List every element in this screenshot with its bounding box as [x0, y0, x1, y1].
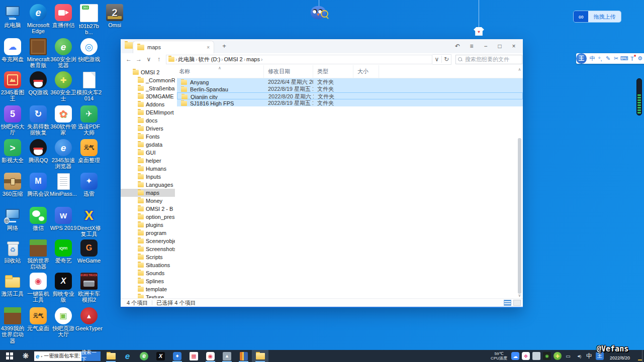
desktop-icon-this-pc[interactable]: 此电脑 [0, 4, 26, 28]
fan-icon[interactable]: ❋ [19, 351, 32, 360]
desktop-icon-onekey-install[interactable]: ◉一键装机工具 [25, 273, 52, 303]
tree-item-docs[interactable]: docs [121, 116, 175, 125]
history-button[interactable]: ↶ [450, 39, 465, 53]
taskbar-app-360-browser[interactable]: e [136, 350, 152, 362]
desktop-icon-video-collection[interactable]: >影视大全 [0, 139, 26, 163]
desktop-icon-euro-truck-sim-2[interactable]: EURO TRUCK欧洲卡车模拟2 [75, 273, 103, 303]
tree-item-addons[interactable]: Addons [121, 100, 175, 108]
desktop-icon-train-sim-2014[interactable]: 模拟火车2014 [75, 71, 103, 102]
minimize-button[interactable]: − [479, 39, 493, 53]
breadcrumb-item[interactable]: OMSI 2 [224, 56, 242, 62]
desktop-icon-minecraft-launcher[interactable]: 我的世界启动器 [25, 239, 52, 270]
explorer-search[interactable] [455, 55, 522, 64]
file-row[interactable]: SJ1816 High FPS2022/8/19 星期五 14:...文件夹 [177, 99, 523, 106]
column-header-修改日期[interactable]: 修改日期 [264, 65, 313, 78]
tree-item--commonr[interactable]: _CommonR [121, 76, 175, 84]
owl-pet-widget[interactable] [311, 6, 327, 20]
taskbar-app-photo-viewer[interactable]: ▲ [219, 350, 235, 362]
tree-item-3dmgame[interactable]: 3DMGAME [121, 92, 175, 100]
desktop-icon-ms-edge[interactable]: eMicrosoft Edge [25, 4, 52, 35]
taskbar-app-thunder[interactable]: ✦ [169, 350, 186, 362]
tree-item-languages[interactable]: Languages [121, 181, 175, 189]
tray-nvidia-settings-icon[interactable]: ◉ [543, 352, 551, 360]
cpu-temp-widget[interactable]: 59℃ CPU温度 [491, 351, 507, 360]
desktop-icon-recycle-bin[interactable]: ♻回收站 [0, 239, 26, 264]
tree-item-sceneryobje[interactable]: Sceneryobje [121, 237, 175, 245]
ime-settings-icon[interactable]: ⚙ [636, 55, 644, 62]
file-row[interactable]: Qianjin city2022/8/20 星期六 14:...文件夹 [177, 92, 523, 99]
ime-clip-icon[interactable]: ✂ [612, 55, 620, 62]
back-button[interactable]: ← [124, 56, 134, 63]
desktop-icon-thunder[interactable]: ✦迅雷 [75, 173, 103, 197]
file-row[interactable]: Berlin-Spandau2022/8/19 星期五 14:...文件夹 [177, 85, 523, 92]
tree-item-scripts[interactable]: Scripts [121, 253, 175, 261]
show-desktop-divider[interactable] [642, 350, 642, 362]
desktop-icon-4399-minecraft[interactable]: 4399我的世界启动器 [0, 307, 26, 344]
tree-item-program[interactable]: program [121, 229, 175, 237]
desktop-icon-directx-repair[interactable]: XDirectX修复工具 [75, 207, 103, 237]
desktop-icon-tencent-qq[interactable]: 腾讯QQ [25, 139, 52, 163]
tray-ethernet-icon[interactable]: ▭ [564, 352, 572, 360]
desktop-icon-360-browser[interactable]: e360安全浏览器 [50, 38, 77, 69]
shirt-widget[interactable]: ♥ [474, 27, 484, 36]
desktop-icon-activation-tools[interactable]: 激活工具 [0, 273, 26, 297]
up-button[interactable]: ↑ [154, 56, 164, 63]
tree-item-inputs[interactable]: Inputs [121, 173, 175, 181]
taskbar-search[interactable]: e ▾ 搜索一下 [34, 351, 101, 361]
desktop-icon-data-recovery[interactable]: ↻失易得数据恢复 [25, 105, 52, 136]
ime-skin-icon[interactable]: T [628, 56, 636, 62]
breadcrumb-item[interactable]: maps [246, 56, 260, 62]
column-header-类型[interactable]: 类型 [313, 65, 353, 78]
desktop-icon-wps-2019[interactable]: WWPS 2019 [50, 207, 77, 231]
tree-item-drivers[interactable]: Drivers [121, 125, 175, 133]
tree-item-humans[interactable]: Humans [121, 165, 175, 173]
ime-mode-chinese[interactable]: 中 [588, 55, 596, 62]
nav-down-button[interactable]: ∨ [144, 56, 154, 63]
desktop-icon-kuaiba-games[interactable]: ◎快吧游戏 [75, 38, 103, 62]
breadcrumb-item[interactable]: 此电脑 [178, 56, 195, 63]
desktop-icon-geektyper[interactable]: ▲GeekTyper [75, 307, 103, 331]
tree-item-demimport[interactable]: DEMImport [121, 108, 175, 116]
desktop-icon-360-safe-guard[interactable]: ✚360安全卫士 [50, 71, 77, 102]
taskbar-app-capcut[interactable]: X [152, 350, 169, 362]
tray-snip-tool-icon[interactable] [532, 352, 540, 360]
ime-punctuation[interactable]: °, [596, 56, 604, 62]
tab-maps[interactable]: maps × [133, 41, 214, 53]
tree-item-helper[interactable]: helper [121, 157, 175, 165]
menu-button[interactable]: ≡ [465, 39, 479, 53]
desktop-icon-yuanqi-desktop[interactable]: 元气元气桌面 [25, 307, 52, 331]
tray-weiyun-cloud-icon[interactable]: ☁ [511, 352, 519, 360]
ime-handwriting-icon[interactable]: ✎ [604, 55, 612, 62]
address-dropdown-icon[interactable]: ∨ [432, 56, 441, 63]
details-view-button[interactable] [504, 300, 511, 306]
tree-item-option-pres[interactable]: option_pres [121, 213, 175, 221]
desktop-icon-xundu-pdf-master[interactable]: ✈迅读PDF大师 [75, 105, 103, 136]
desktop-icon-qq-games[interactable]: QQ游戏 [25, 71, 52, 95]
desktop-icon-iqiyi[interactable]: iQIYI爱奇艺 [50, 239, 77, 264]
tree-item-root[interactable]: OMSI 2 [121, 68, 175, 76]
forward-button[interactable]: → [134, 56, 144, 63]
file-row[interactable]: Anyang2022/6/4 星期六 20:31文件夹 [177, 78, 523, 85]
ime-keyboard-icon[interactable]: ⌨ [620, 55, 628, 62]
tree-item-template[interactable]: template [121, 285, 175, 293]
start-button[interactable] [0, 350, 19, 362]
tree-item-plugins[interactable]: plugins [121, 221, 175, 229]
search-input[interactable] [464, 56, 520, 63]
desktop-icon-minipass[interactable]: MiniPass... [50, 173, 77, 197]
desktop-icon-360-software-manager[interactable]: ✿360软件管家 [50, 105, 77, 136]
new-tab-button[interactable]: + [219, 41, 229, 51]
tree-item-gsdata[interactable]: gsdata [121, 141, 175, 149]
search-go-button[interactable]: 搜索一下 [81, 351, 101, 361]
taskbar-app-file-explorer[interactable] [103, 350, 119, 362]
sort-ascending-icon[interactable]: ∧ [218, 66, 221, 70]
maximize-button[interactable]: □ [493, 39, 507, 53]
column-header-大小[interactable]: 大小 [353, 65, 379, 78]
close-button[interactable]: × [507, 39, 521, 53]
tree-item-gui[interactable]: GUI [121, 149, 175, 157]
desktop-icon-live-partner[interactable]: 直播伴侣 [50, 4, 77, 28]
taskbar-app-internet-explorer[interactable]: e [119, 350, 136, 362]
desktop-icon-desktop-organizer[interactable]: 元气桌面整理 [75, 139, 103, 163]
desktop-icon-t01-image-file[interactable]: 360t01b27bb... [75, 4, 103, 36]
taskbar-search-input[interactable] [44, 353, 80, 359]
desktop-icon-minecraft-edu[interactable]: Minecraft 教育版 [25, 38, 52, 69]
